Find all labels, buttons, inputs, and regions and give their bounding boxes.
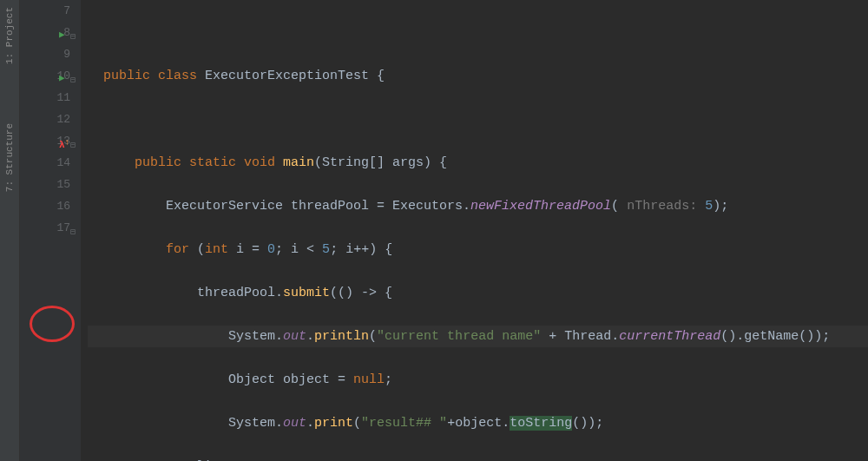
code-body[interactable]: public class ExecutorExceptionTest { pub… <box>81 0 868 461</box>
line-number: 12 <box>20 109 70 130</box>
left-tool-tabs: 1: Project 7: Structure <box>0 0 20 461</box>
main-area: 7 8 9 10 11 12 13 14 15 16 17 ▶ ▶ λ↑ ⊟ ⊟ <box>20 0 868 461</box>
fold-icon[interactable]: ⊟ <box>70 69 76 91</box>
run-gutter-icon[interactable]: ▶ <box>59 24 65 46</box>
line-number: 9 <box>20 43 70 65</box>
structure-tab[interactable]: 7: Structure <box>4 120 15 195</box>
line-number: 17 <box>20 217 70 239</box>
line-number: 11 <box>20 87 70 109</box>
fold-icon[interactable]: ⊟ <box>70 135 76 156</box>
run-gutter-icon[interactable]: ▶ <box>59 68 65 89</box>
fold-column: ⊟ ⊟ ⊟ ⊟ <box>69 0 81 461</box>
line-number: 15 <box>20 174 70 195</box>
project-tab-label: 1: Project <box>4 7 15 64</box>
project-tab[interactable]: 1: Project <box>4 3 15 68</box>
line-number: 16 <box>20 195 70 217</box>
line-number: 7 <box>20 0 70 22</box>
fold-end-icon[interactable]: ⊟ <box>70 221 76 243</box>
structure-tab-label: 7: Structure <box>4 123 15 192</box>
editor[interactable]: 7 8 9 10 11 12 13 14 15 16 17 ▶ ▶ λ↑ ⊟ ⊟ <box>20 0 868 461</box>
fold-icon[interactable]: ⊟ <box>70 26 76 48</box>
gutter: 7 8 9 10 11 12 13 14 15 16 17 ▶ ▶ λ↑ ⊟ ⊟ <box>20 0 81 461</box>
